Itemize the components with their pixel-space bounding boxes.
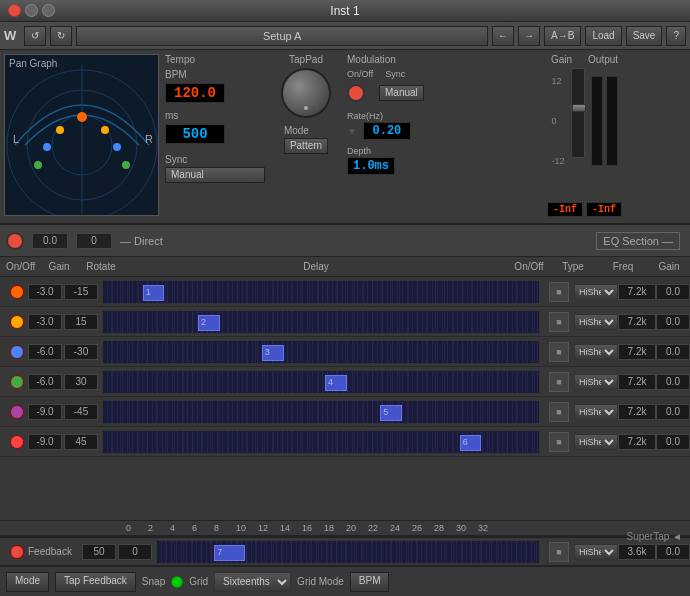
tappad-knob[interactable] xyxy=(281,68,331,118)
tap-led-4[interactable] xyxy=(10,375,24,389)
mode-button[interactable]: Mode xyxy=(6,572,49,592)
col-eq-type-header: Type xyxy=(548,261,598,272)
maximize-button[interactable] xyxy=(42,4,55,17)
direct-onoff-button[interactable] xyxy=(6,232,24,250)
tap-gain-1[interactable]: -3.0 xyxy=(28,284,62,300)
close-button[interactable] xyxy=(8,4,21,17)
gain-fader[interactable] xyxy=(571,68,585,158)
grid-mode-button[interactable]: BPM xyxy=(350,572,390,592)
tap-eq-gain-1[interactable]: 0.0 xyxy=(656,284,690,300)
tap-eq-type-2[interactable]: HiShelfLoShelfPeak xyxy=(574,314,618,330)
ms-display[interactable]: 500 xyxy=(165,124,225,144)
feedback-value2[interactable]: 0 xyxy=(118,544,152,560)
tap-eq-gain-5[interactable]: 0.0 xyxy=(656,404,690,420)
preset-name[interactable]: Setup A xyxy=(76,26,488,46)
tap-eq-freq-4[interactable]: 7.2k xyxy=(618,374,656,390)
tap-led-2[interactable] xyxy=(10,315,24,329)
tap-row: -3.0 -15 1 ■ HiShelfLoShelfPeak 7.2k xyxy=(0,277,690,307)
top-section: L R Pan Graph Tempo BPM 120.0 ms 500 Syn… xyxy=(0,50,690,225)
bpm-label: BPM xyxy=(165,69,265,80)
feedback-delay-bar[interactable]: 7 xyxy=(156,540,540,564)
tap-eq-type-4[interactable]: HiShelfLoShelfPeak xyxy=(574,374,618,390)
svg-point-13 xyxy=(122,161,130,169)
load-button[interactable]: Load xyxy=(585,26,621,46)
tap-gain-3[interactable]: -6.0 xyxy=(28,344,62,360)
grid-select[interactable]: Sixteenths Eighths Quarters xyxy=(214,572,291,592)
tap-eq-gain-3[interactable]: 0.0 xyxy=(656,344,690,360)
feedback-eq-onoff[interactable]: ■ xyxy=(549,542,569,562)
feedback-led[interactable] xyxy=(10,545,24,559)
tap-eq-onoff-2[interactable]: ■ xyxy=(549,312,569,332)
tap-feedback-button[interactable]: Tap Feedback xyxy=(55,572,136,592)
tap-led-6[interactable] xyxy=(10,435,24,449)
help-button[interactable]: ? xyxy=(666,26,686,46)
prev-preset-button[interactable]: ← xyxy=(492,26,514,46)
tap-delay-bar-4[interactable]: 4 xyxy=(102,370,540,394)
save-button[interactable]: Save xyxy=(626,26,663,46)
feedback-eq-freq[interactable]: 3.6k xyxy=(618,544,656,560)
direct-section: 0.0 0 — Direct EQ Section — xyxy=(0,225,690,257)
tap-delay-bar-2[interactable]: 2 xyxy=(102,310,540,334)
svg-point-9 xyxy=(101,126,109,134)
tap-led-1[interactable] xyxy=(10,285,24,299)
tap-eq-gain-4[interactable]: 0.0 xyxy=(656,374,690,390)
mode-button[interactable]: Pattern xyxy=(284,138,328,154)
tap-eq-type-1[interactable]: HiShelfLoShelfPeak xyxy=(574,284,618,300)
tap-eq-freq-3[interactable]: 7.2k xyxy=(618,344,656,360)
feedback-eq-gain[interactable]: 0.0 xyxy=(656,544,690,560)
tap-eq-freq-5[interactable]: 7.2k xyxy=(618,404,656,420)
undo-button[interactable]: ↺ xyxy=(24,26,46,46)
direct-value2[interactable]: 0 xyxy=(76,233,112,249)
tap-delay-bar-1[interactable]: 1 xyxy=(102,280,540,304)
mod-manual-button[interactable]: Manual xyxy=(379,85,424,101)
tap-rotate-6[interactable]: 45 xyxy=(64,434,98,450)
tap-led-3[interactable] xyxy=(10,345,24,359)
tap-gain-6[interactable]: -9.0 xyxy=(28,434,62,450)
svg-point-12 xyxy=(34,161,42,169)
minimize-button[interactable] xyxy=(25,4,38,17)
tap-eq-gain-6[interactable]: 0.0 xyxy=(656,434,690,450)
tap-gain-4[interactable]: -6.0 xyxy=(28,374,62,390)
tap-delay-bar-5[interactable]: 5 xyxy=(102,400,540,424)
output-meter-right xyxy=(606,76,618,166)
tap-eq-onoff-4[interactable]: ■ xyxy=(549,372,569,392)
tap-eq-freq-2[interactable]: 7.2k xyxy=(618,314,656,330)
tap-rotate-3[interactable]: -30 xyxy=(64,344,98,360)
depth-display[interactable]: 1.0ms xyxy=(347,157,395,175)
feedback-tap-id: 7 xyxy=(217,547,222,557)
tap-eq-gain-2[interactable]: 0.0 xyxy=(656,314,690,330)
tap-eq-onoff-6[interactable]: ■ xyxy=(549,432,569,452)
tap-gain-5[interactable]: -9.0 xyxy=(28,404,62,420)
rate-label: Rate(Hz) xyxy=(347,111,383,121)
tap-eq-type-5[interactable]: HiShelfLoShelfPeak xyxy=(574,404,618,420)
tap-eq-onoff-1[interactable]: ■ xyxy=(549,282,569,302)
feedback-value1[interactable]: 50 xyxy=(82,544,116,560)
snap-label: Snap xyxy=(142,576,165,587)
tap-rotate-5[interactable]: -45 xyxy=(64,404,98,420)
redo-button[interactable]: ↻ xyxy=(50,26,72,46)
tap-rotate-4[interactable]: 30 xyxy=(64,374,98,390)
tap-rotate-1[interactable]: -15 xyxy=(64,284,98,300)
depth-label: Depth xyxy=(347,146,371,156)
tap-eq-freq-6[interactable]: 7.2k xyxy=(618,434,656,450)
tap-rotate-2[interactable]: 15 xyxy=(64,314,98,330)
mod-onoff-button[interactable] xyxy=(347,84,365,102)
sync-button[interactable]: Manual xyxy=(165,167,265,183)
tap-eq-freq-1[interactable]: 7.2k xyxy=(618,284,656,300)
tap-delay-bar-6[interactable]: 6 xyxy=(102,430,540,454)
bpm-display[interactable]: 120.0 xyxy=(165,83,225,103)
rate-display[interactable]: 0.20 xyxy=(363,122,411,140)
tap-led-5[interactable] xyxy=(10,405,24,419)
next-preset-button[interactable]: → xyxy=(518,26,540,46)
svg-text:L: L xyxy=(13,133,19,145)
tap-eq-type-6[interactable]: HiShelfLoShelfPeak xyxy=(574,434,618,450)
tap-eq-onoff-5[interactable]: ■ xyxy=(549,402,569,422)
feedback-eq-type[interactable]: HiShelf LoShelf Peak xyxy=(574,544,618,560)
tap-delay-bar-3[interactable]: 3 xyxy=(102,340,540,364)
tap-eq-type-3[interactable]: HiShelfLoShelfPeak xyxy=(574,344,618,360)
tap-gain-2[interactable]: -3.0 xyxy=(28,314,62,330)
snap-led[interactable] xyxy=(171,576,183,588)
tap-eq-onoff-3[interactable]: ■ xyxy=(549,342,569,362)
ab-button[interactable]: A→B xyxy=(544,26,581,46)
direct-value[interactable]: 0.0 xyxy=(32,233,68,249)
